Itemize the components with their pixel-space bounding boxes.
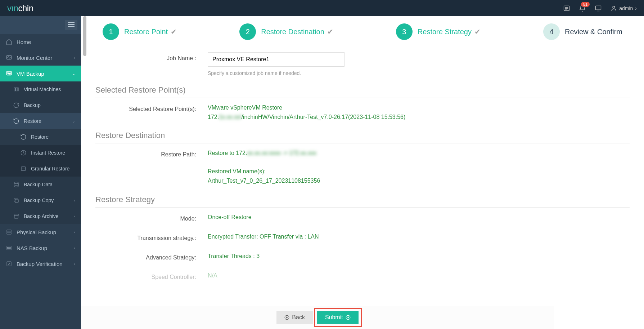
svg-rect-14 xyxy=(16,88,17,91)
step-restore-point[interactable]: 1 Restore Point ✔ xyxy=(103,23,177,40)
vm-list-icon xyxy=(13,86,19,93)
svg-rect-20 xyxy=(15,199,18,203)
sidebar-item-home[interactable]: Home xyxy=(0,34,81,50)
scrollbar-thumb[interactable] xyxy=(83,16,86,56)
sidebar-item-vm-backup[interactable]: VM VM Backup ⌄ xyxy=(0,66,81,81)
mode-label: Mode: xyxy=(95,213,196,222)
svg-rect-26 xyxy=(7,262,11,266)
backup-icon xyxy=(13,102,19,108)
selected-points-value: VMware vSphereVM Restore 172.1x.xx.xx//i… xyxy=(208,103,630,121)
svg-rect-15 xyxy=(17,88,18,91)
server-icon xyxy=(6,229,12,235)
chevron-icon: ‹ xyxy=(74,246,75,250)
svg-rect-23 xyxy=(7,232,11,234)
chevron-down-icon: › xyxy=(635,5,637,11)
check-icon: ✔ xyxy=(171,27,177,36)
screen-icon[interactable] xyxy=(595,5,602,12)
chevron-down-icon: ⌄ xyxy=(72,119,75,124)
job-name-help: Specify a customized job name if needed. xyxy=(208,70,630,76)
svg-rect-22 xyxy=(7,230,11,232)
chevron-icon: ‹ xyxy=(74,230,75,234)
chevron-icon: ‹ xyxy=(74,55,75,60)
user-menu[interactable]: admin › xyxy=(611,5,637,12)
sidebar-item-backup-data[interactable]: Backup Data xyxy=(0,177,81,192)
check-icon: ✔ xyxy=(474,27,481,36)
chevron-icon: ‹ xyxy=(74,262,75,266)
section-selected-points: Selected Restore Point(s) xyxy=(95,85,630,98)
svg-rect-7 xyxy=(68,22,75,23)
sidebar-item-virtual-machines[interactable]: Virtual Machines xyxy=(0,81,81,97)
list-icon[interactable] xyxy=(563,5,570,12)
logo: vınchin xyxy=(7,3,33,13)
sidebar-item-granular-restore[interactable]: Granular Restore xyxy=(0,161,81,177)
step-review-confirm[interactable]: 4 Review & Confirm xyxy=(543,23,622,40)
section-strategy: Restore Strategy xyxy=(95,195,630,208)
restore-path-value: Restore to 172.xx.xx.xx:xxxx -> 172.xx.x… xyxy=(208,148,630,185)
svg-text:VM: VM xyxy=(8,72,11,75)
transmission-label: Transmission strategy.: xyxy=(95,232,196,241)
sidebar-item-physical-backup[interactable]: Physical Backup ‹ xyxy=(0,224,81,240)
advanced-label: Advanced Strategy: xyxy=(95,252,196,261)
restore-icon xyxy=(20,134,27,140)
chevron-icon: ‹ xyxy=(74,198,75,203)
svg-point-6 xyxy=(613,6,615,8)
sidebar-item-restore[interactable]: Restore ⌄ xyxy=(0,113,81,129)
database-icon xyxy=(13,181,19,188)
sidebar-item-instant-restore[interactable]: Instant Restore xyxy=(0,145,81,161)
chevron-down-icon: ⌄ xyxy=(72,71,75,76)
sidebar: Home Monitor Center ‹ VM VM Backup ⌄ Vir… xyxy=(0,16,81,329)
bell-icon[interactable]: 51 xyxy=(579,5,586,12)
restore-icon xyxy=(13,118,19,124)
copy-icon xyxy=(13,197,19,204)
back-arrow-icon xyxy=(284,315,289,320)
svg-rect-9 xyxy=(68,26,75,27)
check-icon: ✔ xyxy=(327,27,333,36)
svg-rect-13 xyxy=(14,88,15,91)
sidebar-item-backup-archive[interactable]: Backup Archive ‹ xyxy=(0,208,81,224)
back-button[interactable]: Back xyxy=(276,311,313,324)
step-restore-strategy[interactable]: 3 Restore Strategy ✔ xyxy=(396,23,481,40)
monitor-icon xyxy=(6,54,12,61)
selected-points-label: Selected Restore Point(s): xyxy=(95,103,196,112)
speed-value: N/A xyxy=(208,271,630,280)
hamburger-button[interactable] xyxy=(65,20,77,30)
button-row: Back Submit xyxy=(81,306,554,329)
mode-value: Once-off Restore xyxy=(208,213,630,222)
section-destination: Restore Destination xyxy=(95,131,630,143)
nas-icon: NAS xyxy=(6,245,12,251)
wizard-steps: 1 Restore Point ✔ 2 Restore Destination … xyxy=(81,16,644,47)
step-restore-destination[interactable]: 2 Restore Destination ✔ xyxy=(239,23,333,40)
sidebar-item-nas-backup[interactable]: NAS NAS Backup ‹ xyxy=(0,240,81,256)
sidebar-item-backup-copy[interactable]: Backup Copy ‹ xyxy=(0,192,81,208)
sidebar-item-backup[interactable]: Backup xyxy=(0,97,81,113)
sidebar-toggle xyxy=(0,16,81,34)
main-content: 1 Restore Point ✔ 2 Restore Destination … xyxy=(81,16,644,329)
sidebar-item-backup-verification[interactable]: Backup Verification ‹ xyxy=(0,256,81,272)
svg-text:NAS: NAS xyxy=(7,247,10,249)
granular-icon xyxy=(20,165,27,172)
svg-point-19 xyxy=(14,182,18,184)
submit-button[interactable]: Submit xyxy=(317,311,359,324)
home-icon xyxy=(6,39,12,45)
svg-rect-8 xyxy=(68,24,75,25)
instant-icon xyxy=(20,150,27,156)
archive-icon xyxy=(13,213,19,219)
forward-arrow-icon xyxy=(346,315,351,320)
svg-rect-4 xyxy=(596,6,601,10)
job-name-input[interactable] xyxy=(208,52,344,67)
restore-path-label: Restore Path: xyxy=(95,148,196,158)
speed-label: Speed Controller: xyxy=(95,271,196,280)
transmission-value: Encrypted Transfer: OFF Transfer via : L… xyxy=(208,232,630,241)
sidebar-item-restore-sub[interactable]: Restore xyxy=(0,129,81,145)
verify-icon xyxy=(6,261,12,267)
sidebar-item-monitor[interactable]: Monitor Center ‹ xyxy=(0,50,81,66)
svg-rect-21 xyxy=(14,214,18,215)
job-name-label: Job Name : xyxy=(95,52,196,62)
chevron-icon: ‹ xyxy=(74,214,75,218)
vm-icon: VM xyxy=(6,70,12,77)
notif-badge: 51 xyxy=(581,2,590,7)
top-bar: vınchin 51 admin › xyxy=(0,0,644,16)
advanced-value: Transfer Threads : 3 xyxy=(208,252,630,261)
svg-rect-17 xyxy=(21,167,26,171)
